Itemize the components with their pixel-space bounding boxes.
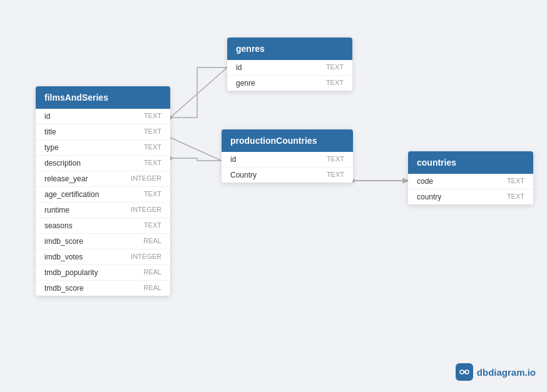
table-header-countries: countries (408, 151, 533, 174)
table-row: runtime INTEGER (36, 203, 170, 218)
watermark-text: dbdiagram.io (477, 367, 536, 378)
watermark: dbdiagram.io (456, 363, 536, 381)
table-header-productioncountries: productionCountries (222, 129, 353, 152)
table-row: release_year INTEGER (36, 171, 170, 187)
table-header-genres: genres (227, 38, 352, 60)
table-row: id TEXT (227, 60, 352, 76)
table-row: country TEXT (408, 189, 533, 204)
table-body-genres: id TEXT genre TEXT (227, 60, 352, 91)
table-body-countries: code TEXT country TEXT (408, 174, 533, 204)
diagram-canvas: filmsAndSeries id TEXT title TEXT type T… (0, 0, 547, 392)
table-productioncountries[interactable]: productionCountries id TEXT Country TEXT (222, 129, 353, 183)
table-body-productioncountries: id TEXT Country TEXT (222, 152, 353, 183)
table-countries[interactable]: countries code TEXT country TEXT (408, 151, 533, 204)
table-body-filmsandseries: id TEXT title TEXT type TEXT description… (36, 109, 170, 296)
svg-point-8 (465, 370, 469, 374)
table-row: type TEXT (36, 140, 170, 156)
svg-line-1 (170, 138, 222, 161)
table-genres[interactable]: genres id TEXT genre TEXT (227, 38, 352, 91)
svg-line-0 (170, 68, 227, 118)
svg-point-7 (460, 370, 464, 374)
table-filmsandseries[interactable]: filmsAndSeries id TEXT title TEXT type T… (36, 86, 170, 296)
table-row: tmdb_score REAL (36, 281, 170, 296)
table-row: genre TEXT (227, 76, 352, 91)
table-row: description TEXT (36, 156, 170, 171)
table-row: tmdb_popularity REAL (36, 265, 170, 281)
table-row: code TEXT (408, 174, 533, 189)
table-row: id TEXT (36, 109, 170, 124)
table-row: Country TEXT (222, 168, 353, 183)
table-row: imdb_votes INTEGER (36, 249, 170, 265)
table-row: title TEXT (36, 124, 170, 140)
table-row: imdb_score REAL (36, 234, 170, 249)
table-row: age_certification TEXT (36, 187, 170, 203)
table-row: id TEXT (222, 152, 353, 168)
table-header-filmsandseries: filmsAndSeries (36, 86, 170, 109)
watermark-icon (456, 363, 473, 381)
table-row: seasons TEXT (36, 218, 170, 234)
